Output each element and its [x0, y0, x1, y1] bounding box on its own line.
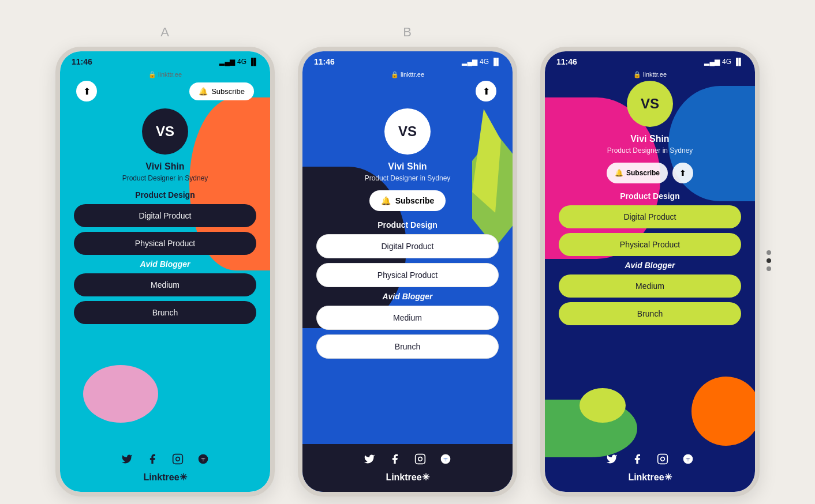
section-heading-b-2: Avid Blogger — [316, 292, 499, 301]
top-actions-a: ⬆ 🔔 Subscribe — [74, 81, 256, 101]
phone-c-inner: VS Vivi Shin Product Designer in Sydney … — [545, 81, 755, 330]
facebook-icon-b[interactable] — [387, 451, 403, 467]
phone-b-content: 11:46 ▂▄▆ 4G ▐▌ 🔒 linkttr.ee — [302, 51, 513, 492]
svg-point-2 — [199, 454, 208, 464]
spotify-icon-b[interactable] — [438, 451, 454, 467]
dot-3[interactable] — [767, 266, 771, 271]
shape-orange-c — [691, 377, 755, 446]
svg-rect-6 — [658, 454, 668, 464]
signal-icon-a: ▂▄▆ — [219, 58, 235, 66]
phone-c: 11:46 ▂▄▆ 4G ▐▌ 🔒 linkttr.ee VS — [540, 47, 760, 497]
link-medium-b[interactable]: Medium — [316, 306, 499, 330]
link-physical-product-b[interactable]: Physical Product — [316, 263, 499, 287]
twitter-icon-a[interactable] — [119, 451, 135, 467]
share-button-b[interactable]: ⬆ — [476, 81, 496, 101]
link-medium-c[interactable]: Medium — [559, 274, 741, 298]
section-heading-c-2: Avid Blogger — [559, 261, 741, 270]
svg-point-8 — [683, 454, 693, 464]
profile-bio-b: Product Designer in Sydney — [365, 174, 451, 182]
phone-a-label: A — [160, 25, 170, 40]
bell-icon-c: 🔔 — [615, 169, 623, 177]
facebook-icon-a[interactable] — [144, 451, 160, 467]
link-brunch-b[interactable]: Brunch — [316, 334, 499, 359]
instagram-icon-a[interactable] — [170, 451, 186, 467]
facebook-icon-c[interactable] — [629, 451, 645, 467]
status-icons-a: ▂▄▆ 4G ▐▌ — [219, 58, 259, 66]
link-physical-product-a[interactable]: Physical Product — [74, 232, 256, 255]
share-icon-c: ⬆ — [679, 168, 686, 178]
linktree-logo-c: Linktree✳ — [628, 472, 671, 483]
subscribe-button-b[interactable]: 🔔 Subscribe — [369, 190, 446, 211]
status-time-a: 11:46 — [72, 57, 92, 66]
phone-c-wrapper: C 11:46 ▂▄▆ 4G ▐▌ — [540, 25, 760, 497]
twitter-icon-c[interactable] — [604, 451, 620, 467]
phone-a: 11:46 ▂▄▆ 4G ▐▌ 🔒 linkttr.ee — [55, 47, 275, 497]
battery-icon-a: ▐▌ — [249, 58, 259, 66]
phone-a-inner: ⬆ 🔔 Subscribe VS Vivi Shin Product Desig… — [60, 81, 270, 329]
status-bar-b: 11:46 ▂▄▆ 4G ▐▌ — [302, 51, 513, 70]
instagram-icon-b[interactable] — [412, 451, 428, 467]
share-icon-a: ⬆ — [83, 86, 91, 97]
social-icons-b — [361, 451, 454, 467]
avatar-b: VS — [384, 108, 431, 155]
link-physical-product-c[interactable]: Physical Product — [559, 233, 741, 256]
shape-pink-a — [83, 365, 158, 423]
twitter-icon-b[interactable] — [361, 451, 377, 467]
top-actions-b: ⬆ — [316, 81, 499, 101]
subscribe-button-a[interactable]: 🔔 Subscribe — [189, 82, 254, 100]
bell-icon-b: 🔔 — [381, 196, 391, 205]
bell-icon-a: 🔔 — [199, 87, 208, 96]
profile-name-c: Vivi Shin — [630, 134, 669, 144]
link-brunch-a[interactable]: Brunch — [74, 301, 256, 324]
link-digital-product-c[interactable]: Digital Product — [559, 205, 741, 228]
battery-icon-b: ▐▌ — [491, 58, 501, 66]
phone-b: 11:46 ▂▄▆ 4G ▐▌ 🔒 linkttr.ee — [298, 47, 517, 497]
dot-1[interactable] — [767, 250, 771, 255]
profile-bio-c: Product Designer in Sydney — [607, 146, 693, 155]
status-time-b: 11:46 — [314, 57, 335, 66]
url-bar-c: 🔒 linkttr.ee — [545, 70, 755, 81]
spotify-icon-a[interactable] — [195, 451, 211, 467]
url-a: 🔒 linkttr.ee — [148, 71, 182, 78]
social-icons-c — [604, 451, 696, 467]
network-a: 4G — [237, 58, 246, 66]
svg-rect-3 — [416, 454, 425, 464]
share-button-a[interactable]: ⬆ — [76, 81, 97, 101]
network-b: 4G — [480, 58, 489, 66]
avatar-a: VS — [142, 108, 188, 155]
status-icons-c: ▂▄▆ 4G ▐▌ — [704, 58, 743, 66]
svg-point-5 — [441, 454, 451, 464]
link-brunch-c[interactable]: Brunch — [559, 302, 741, 325]
instagram-icon-c[interactable] — [655, 451, 671, 467]
phone-a-wrapper: A 11:46 ▂▄▆ 4G ▐▌ 🔒 linkttr.ee — [55, 25, 275, 497]
profile-bio-a: Product Designer in Sydney — [122, 174, 208, 182]
link-digital-product-a[interactable]: Digital Product — [74, 204, 256, 227]
svg-rect-0 — [173, 454, 183, 464]
url-bar-a: 🔒 linkttr.ee — [60, 70, 270, 81]
linktree-logo-b: Linktree✳ — [386, 472, 429, 483]
status-time-c: 11:46 — [556, 57, 577, 66]
social-icons-a — [119, 451, 211, 467]
battery-icon-c: ▐▌ — [734, 58, 743, 66]
link-digital-product-b[interactable]: Digital Product — [316, 234, 499, 258]
pagination-dots-c — [767, 250, 771, 271]
avatar-c: VS — [627, 81, 673, 127]
footer-c: Linktree✳ — [545, 444, 755, 492]
profile-name-b: Vivi Shin — [388, 161, 427, 172]
link-medium-a[interactable]: Medium — [74, 273, 256, 296]
spotify-icon-c[interactable] — [680, 451, 696, 467]
signal-icon-b: ▂▄▆ — [462, 58, 477, 66]
share-icon-b: ⬆ — [483, 86, 490, 97]
status-bar-a: 11:46 ▂▄▆ 4G ▐▌ — [60, 51, 270, 70]
phone-b-label: B — [403, 25, 412, 40]
footer-a: Linktree✳ — [60, 444, 270, 492]
subscribe-button-c[interactable]: 🔔 Subscribe — [607, 163, 668, 183]
url-b: 🔒 linkttr.ee — [391, 71, 424, 78]
share-button-c[interactable]: ⬆ — [672, 163, 693, 183]
dot-2[interactable] — [767, 258, 771, 263]
section-heading-b-1: Product Design — [316, 220, 499, 230]
phones-container: A 11:46 ▂▄▆ 4G ▐▌ 🔒 linkttr.ee — [55, 7, 760, 497]
network-c: 4G — [722, 58, 731, 66]
shape-yellow-c — [580, 388, 626, 423]
section-heading-a-1: Product Design — [74, 190, 256, 200]
